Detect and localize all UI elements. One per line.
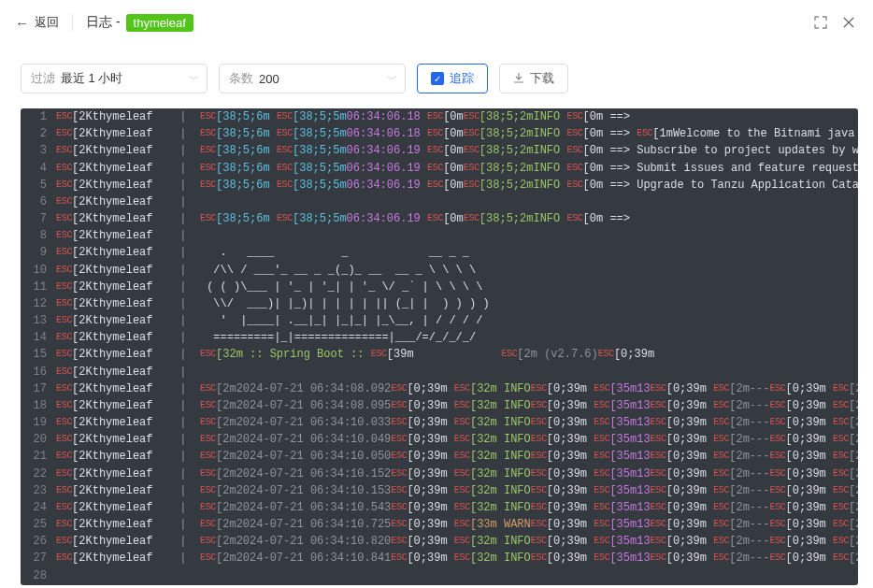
log-line-content: ESC[2Kthymeleaf | ESC[38;5;6m ESC[38;5;5… xyxy=(56,160,858,177)
line-number: 5 xyxy=(21,177,56,194)
checkbox-checked-icon: ✓ xyxy=(431,72,444,85)
log-line-content xyxy=(56,567,858,584)
log-row: 13ESC[2Kthymeleaf | ' |____| .__|_| |_|_… xyxy=(21,312,858,329)
lines-select[interactable]: 条数 200 ﹀ xyxy=(219,64,406,93)
lines-prefix: 条数 xyxy=(229,70,253,87)
log-row: 11ESC[2Kthymeleaf | ( ( )\___ | '_ | '_|… xyxy=(21,279,858,295)
log-line-content: ESC[2Kthymeleaf | ESC[2m2024-07-21 06:34… xyxy=(56,380,858,397)
log-line-content: ESC[2Kthymeleaf | /\\ / ___'_ __ _ _(_)_… xyxy=(56,262,858,279)
line-number: 11 xyxy=(21,279,56,295)
line-number: 3 xyxy=(21,142,56,159)
log-row: 6ESC[2Kthymeleaf | xyxy=(21,194,858,210)
log-row: 16ESC[2Kthymeleaf | xyxy=(21,364,858,380)
follow-toggle-button[interactable]: ✓ 追踪 xyxy=(417,64,488,93)
line-number: 7 xyxy=(21,210,56,227)
log-row: 8ESC[2Kthymeleaf | xyxy=(21,227,858,244)
log-line-content: ESC[2Kthymeleaf | ESC[38;5;6m ESC[38;5;5… xyxy=(56,210,858,227)
log-row: 5ESC[2Kthymeleaf | ESC[38;5;6m ESC[38;5;… xyxy=(21,177,858,194)
log-line-content: ESC[2Kthymeleaf | xyxy=(56,364,858,380)
log-row: 28 xyxy=(21,567,858,584)
line-number: 16 xyxy=(21,364,56,380)
divider xyxy=(72,14,73,31)
log-line-content: ESC[2Kthymeleaf | ESC[2m2024-07-21 06:34… xyxy=(56,550,858,566)
arrow-left-icon: ← xyxy=(15,15,29,31)
download-button[interactable]: 下载 xyxy=(499,64,568,93)
log-line-content: ESC[2Kthymeleaf | ESC[38;5;6m ESC[38;5;5… xyxy=(56,125,858,142)
log-viewer[interactable]: 1ESC[2Kthymeleaf | ESC[38;5;6m ESC[38;5;… xyxy=(21,108,858,585)
log-row: 1ESC[2Kthymeleaf | ESC[38;5;6m ESC[38;5;… xyxy=(21,108,858,125)
log-row: 20ESC[2Kthymeleaf | ESC[2m2024-07-21 06:… xyxy=(21,431,858,448)
line-number: 15 xyxy=(21,346,56,363)
line-number: 14 xyxy=(21,329,56,346)
log-line-content: ESC[2Kthymeleaf | ESC[2m2024-07-21 06:34… xyxy=(56,414,858,431)
line-number: 12 xyxy=(21,295,56,312)
log-row: 9ESC[2Kthymeleaf | . ____ _ __ _ _ xyxy=(21,244,858,261)
download-label: 下载 xyxy=(530,70,554,87)
line-number: 17 xyxy=(21,380,56,397)
download-icon xyxy=(513,72,524,86)
close-icon[interactable] xyxy=(839,13,858,32)
log-line-content: ESC[2Kthymeleaf | ESC[2m2024-07-21 06:34… xyxy=(56,397,858,414)
follow-label: 追踪 xyxy=(450,70,474,87)
line-number: 9 xyxy=(21,244,56,261)
page-title: 日志 - xyxy=(86,14,121,31)
filter-select[interactable]: 过滤 最近 1 小时 ﹀ xyxy=(21,64,208,93)
log-line-content: ESC[2Kthymeleaf | ESC[2m2024-07-21 06:34… xyxy=(56,466,858,482)
log-row: 18ESC[2Kthymeleaf | ESC[2m2024-07-21 06:… xyxy=(21,397,858,414)
log-row: 14ESC[2Kthymeleaf | =========|_|========… xyxy=(21,329,858,346)
log-row: 24ESC[2Kthymeleaf | ESC[2m2024-07-21 06:… xyxy=(21,499,858,516)
log-row: 7ESC[2Kthymeleaf | ESC[38;5;6m ESC[38;5;… xyxy=(21,210,858,227)
line-number: 10 xyxy=(21,262,56,279)
log-row: 15ESC[2Kthymeleaf | ESC[32m :: Spring Bo… xyxy=(21,346,858,363)
log-row: 2ESC[2Kthymeleaf | ESC[38;5;6m ESC[38;5;… xyxy=(21,125,858,142)
log-row: 22ESC[2Kthymeleaf | ESC[2m2024-07-21 06:… xyxy=(21,466,858,482)
line-number: 25 xyxy=(21,516,56,533)
line-number: 6 xyxy=(21,194,56,210)
log-row: 17ESC[2Kthymeleaf | ESC[2m2024-07-21 06:… xyxy=(21,380,858,397)
log-row: 23ESC[2Kthymeleaf | ESC[2m2024-07-21 06:… xyxy=(21,482,858,499)
line-number: 1 xyxy=(21,108,56,125)
chevron-down-icon: ﹀ xyxy=(387,72,397,86)
log-line-content: ESC[2Kthymeleaf | =========|_|==========… xyxy=(56,329,858,346)
line-number: 19 xyxy=(21,414,56,431)
fullscreen-icon[interactable] xyxy=(811,13,830,32)
line-number: 13 xyxy=(21,312,56,329)
log-row: 27ESC[2Kthymeleaf | ESC[2m2024-07-21 06:… xyxy=(21,550,858,566)
log-row: 10ESC[2Kthymeleaf | /\\ / ___'_ __ _ _(_… xyxy=(21,262,858,279)
log-row: 26ESC[2Kthymeleaf | ESC[2m2024-07-21 06:… xyxy=(21,533,858,550)
log-line-content: ESC[2Kthymeleaf | ESC[2m2024-07-21 06:34… xyxy=(56,448,858,465)
line-number: 27 xyxy=(21,550,56,566)
log-line-content: ESC[2Kthymeleaf | . ____ _ __ _ _ xyxy=(56,244,858,261)
log-line-content: ESC[2Kthymeleaf | ESC[38;5;6m ESC[38;5;5… xyxy=(56,142,858,159)
log-line-content: ESC[2Kthymeleaf | ESC[2m2024-07-21 06:34… xyxy=(56,516,858,533)
log-row: 4ESC[2Kthymeleaf | ESC[38;5;6m ESC[38;5;… xyxy=(21,160,858,177)
log-row: 12ESC[2Kthymeleaf | \\/ ___)| |_)| | | |… xyxy=(21,295,858,312)
line-number: 4 xyxy=(21,160,56,177)
app-tag: thymeleaf xyxy=(126,14,193,32)
log-row: 3ESC[2Kthymeleaf | ESC[38;5;6m ESC[38;5;… xyxy=(21,142,858,159)
line-number: 8 xyxy=(21,227,56,244)
log-line-content: ESC[2Kthymeleaf | ESC[2m2024-07-21 06:34… xyxy=(56,533,858,550)
log-line-content: ESC[2Kthymeleaf | ' |____| .__|_| |_|_| … xyxy=(56,312,858,329)
log-line-content: ESC[2Kthymeleaf | ESC[2m2024-07-21 06:34… xyxy=(56,482,858,499)
log-line-content: ESC[2Kthymeleaf | ESC[38;5;6m ESC[38;5;5… xyxy=(56,177,858,194)
filter-prefix: 过滤 xyxy=(31,70,55,87)
line-number: 18 xyxy=(21,397,56,414)
line-number: 20 xyxy=(21,431,56,448)
line-number: 23 xyxy=(21,482,56,499)
log-line-content: ESC[2Kthymeleaf | ESC[32m :: Spring Boot… xyxy=(56,346,858,363)
log-line-content: ESC[2Kthymeleaf | ESC[2m2024-07-21 06:34… xyxy=(56,431,858,448)
back-button[interactable]: ← 返回 xyxy=(15,14,59,31)
line-number: 21 xyxy=(21,448,56,465)
log-line-content: ESC[2Kthymeleaf | \\/ ___)| |_)| | | | |… xyxy=(56,295,858,312)
log-row: 21ESC[2Kthymeleaf | ESC[2m2024-07-21 06:… xyxy=(21,448,858,465)
filter-value: 最近 1 小时 xyxy=(61,70,122,87)
line-number: 26 xyxy=(21,533,56,550)
log-row: 25ESC[2Kthymeleaf | ESC[2m2024-07-21 06:… xyxy=(21,516,858,533)
log-line-content: ESC[2Kthymeleaf | ESC[38;5;6m ESC[38;5;5… xyxy=(56,108,858,125)
chevron-down-icon: ﹀ xyxy=(189,72,199,86)
log-row: 19ESC[2Kthymeleaf | ESC[2m2024-07-21 06:… xyxy=(21,414,858,431)
log-line-content: ESC[2Kthymeleaf | ( ( )\___ | '_ | '_| |… xyxy=(56,279,858,295)
log-line-content: ESC[2Kthymeleaf | xyxy=(56,227,858,244)
line-number: 22 xyxy=(21,466,56,482)
